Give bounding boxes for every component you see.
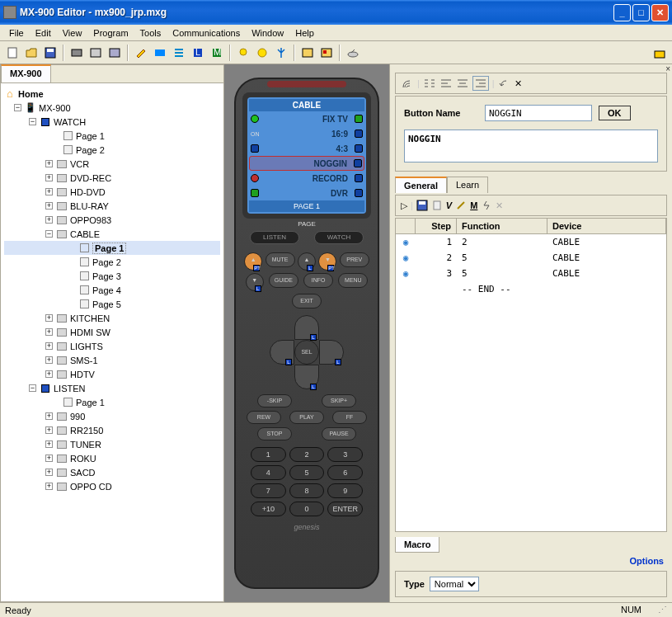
- velocity-icon[interactable]: V: [446, 200, 452, 210]
- expand-icon[interactable]: +: [45, 174, 53, 181]
- align-left-icon[interactable]: [439, 78, 453, 89]
- device-icon[interactable]: [344, 44, 362, 62]
- delete-icon[interactable]: ✕: [515, 78, 522, 89]
- window-1-icon[interactable]: [298, 44, 317, 62]
- list-icon[interactable]: [170, 44, 188, 62]
- expand-icon[interactable]: +: [45, 412, 53, 420]
- align-right-icon[interactable]: [472, 76, 489, 91]
- edit-icon[interactable]: [132, 44, 150, 62]
- menu-edit[interactable]: Edit: [30, 26, 57, 40]
- prev-button[interactable]: PREV: [340, 252, 369, 267]
- l-icon[interactable]: L: [189, 44, 207, 62]
- globe-icon[interactable]: [253, 44, 271, 62]
- minimize-button[interactable]: _: [613, 4, 631, 21]
- tree-rr2150[interactable]: +RR2150: [4, 423, 220, 437]
- dpad-down-button[interactable]: L: [294, 365, 319, 389]
- menu-help[interactable]: Help: [289, 26, 320, 40]
- num-0-button[interactable]: 0: [289, 502, 325, 516]
- mute-button[interactable]: MUTE: [266, 252, 295, 267]
- tree-cable-page2[interactable]: Page 2: [4, 255, 220, 269]
- guide-button[interactable]: GUIDE: [269, 273, 298, 288]
- tree-tuner[interactable]: +TUNER: [4, 437, 220, 451]
- menu-communications[interactable]: Communications: [167, 26, 246, 40]
- options-link[interactable]: Options: [629, 556, 664, 566]
- clipboard-icon[interactable]: [431, 200, 443, 211]
- expand-icon[interactable]: +: [45, 469, 53, 476]
- tab-learn[interactable]: Learn: [447, 177, 488, 193]
- collapse-icon[interactable]: −: [29, 118, 36, 125]
- num-plus10-button[interactable]: +10: [251, 502, 286, 516]
- tree-bluray[interactable]: +BLU-RAY: [4, 199, 220, 213]
- tree-listen[interactable]: −LISTEN: [4, 381, 220, 395]
- menu-file[interactable]: File: [3, 26, 30, 40]
- expand-icon[interactable]: +: [45, 370, 53, 378]
- dpad-left-button[interactable]: L: [270, 340, 294, 365]
- tree-sms1[interactable]: +SMS-1: [4, 353, 220, 367]
- expand-icon[interactable]: +: [45, 314, 53, 322]
- tree-vcr[interactable]: +VCR: [4, 157, 220, 171]
- menu-tools[interactable]: Tools: [134, 26, 167, 40]
- num-6-button[interactable]: 6: [327, 465, 363, 480]
- expand-icon[interactable]: +: [45, 455, 53, 462]
- menu-program[interactable]: Program: [87, 26, 134, 40]
- stop-button[interactable]: STOP: [257, 427, 292, 440]
- tree-home[interactable]: ⌂Home: [4, 87, 220, 101]
- tree-cable-page4[interactable]: Page 4: [4, 283, 220, 297]
- rf-icon[interactable]: [401, 77, 414, 90]
- align-center-icon[interactable]: [456, 78, 469, 89]
- play-button[interactable]: PLAY: [289, 411, 324, 424]
- ff-button[interactable]: FF: [332, 411, 367, 424]
- ok-button[interactable]: OK: [599, 106, 631, 120]
- new-icon[interactable]: [3, 44, 21, 62]
- col-step[interactable]: Step: [416, 219, 457, 233]
- tree-kitchen[interactable]: +KITCHEN: [4, 311, 220, 325]
- expand-icon[interactable]: +: [45, 202, 53, 210]
- antenna-icon[interactable]: [272, 44, 290, 62]
- lcd-row-6[interactable]: DVR: [249, 186, 364, 200]
- skip-plus-button[interactable]: SKIP+: [322, 394, 356, 407]
- ch-down-button[interactable]: ▼L: [246, 273, 264, 291]
- num-4-button[interactable]: 4: [251, 465, 286, 480]
- m-icon[interactable]: M: [208, 44, 226, 62]
- macro-rows[interactable]: ◉12CABLE ◉25CABLE ◉35CABLE -- END --: [396, 234, 666, 297]
- tree-hdmisw[interactable]: +HDMI SW: [4, 325, 220, 339]
- tree-watch[interactable]: −WATCH: [4, 115, 220, 129]
- tree-cable[interactable]: −CABLE: [4, 227, 220, 241]
- collapse-icon[interactable]: −: [29, 384, 36, 392]
- macro-row-1[interactable]: ◉12CABLE: [396, 234, 666, 250]
- gradient-icon[interactable]: [151, 44, 169, 62]
- lcd-row-5[interactable]: RECORD: [249, 171, 364, 186]
- panel-close-icon[interactable]: ×: [665, 64, 670, 73]
- tree-roku[interactable]: +ROKU: [4, 451, 220, 465]
- type-select[interactable]: Normal: [430, 577, 479, 591]
- close-button[interactable]: ✕: [651, 4, 669, 21]
- dpad-up-button[interactable]: L: [294, 315, 319, 340]
- device-tree[interactable]: ⌂Home −📱MX-900 −WATCH Page 1 Page 2 +VCR…: [1, 83, 223, 601]
- skip-minus-button[interactable]: -SKIP: [257, 394, 292, 407]
- tree-hdtv[interactable]: +HDTV: [4, 367, 220, 381]
- bulb-icon[interactable]: [234, 44, 252, 62]
- tree-watch-page1[interactable]: Page 1: [4, 129, 220, 143]
- vol-up-button[interactable]: ▲PT: [244, 252, 262, 271]
- tree-tab-mx900[interactable]: MX-900: [1, 64, 51, 82]
- tree-990[interactable]: +990: [4, 409, 220, 423]
- tree-watch-page2[interactable]: Page 2: [4, 143, 220, 157]
- window-2-icon[interactable]: [317, 44, 336, 62]
- ch-up-button[interactable]: ▲L: [298, 252, 316, 271]
- tool-3-icon[interactable]: [106, 44, 124, 62]
- tree-sacd[interactable]: +SACD: [4, 465, 220, 479]
- col-function[interactable]: Function: [457, 219, 547, 233]
- num-9-button[interactable]: 9: [327, 483, 363, 498]
- tree-oppocd[interactable]: +OPPO CD: [4, 479, 220, 493]
- tree-oppo983[interactable]: +OPPO983: [4, 213, 220, 227]
- m-tool-icon[interactable]: M: [470, 200, 477, 210]
- menu-view[interactable]: View: [57, 26, 88, 40]
- dpad-sel-button[interactable]: SEL: [294, 340, 319, 365]
- tree-cable-page1[interactable]: Page 1: [4, 241, 220, 255]
- macro-row-2[interactable]: ◉25CABLE: [396, 250, 666, 266]
- expand-icon[interactable]: +: [45, 328, 53, 336]
- maximize-button[interactable]: □: [632, 4, 650, 21]
- menu-window[interactable]: Window: [246, 26, 289, 40]
- enter-button[interactable]: ENTER: [327, 502, 363, 516]
- undo-icon[interactable]: [498, 78, 511, 89]
